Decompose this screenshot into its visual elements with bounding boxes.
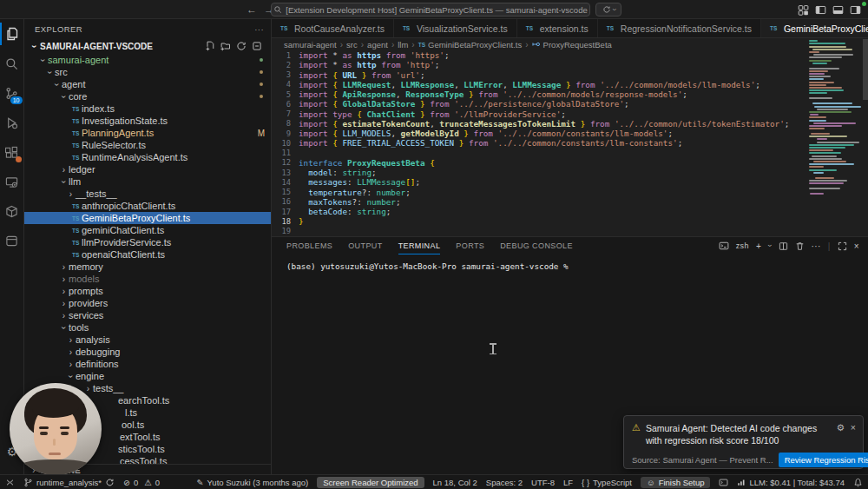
problems-indicator[interactable]: ⊘0 ⚠0 [123, 478, 160, 487]
file-item-llmproviderservice-ts[interactable]: TSllmProviderService.ts [24, 236, 271, 248]
kill-terminal-icon[interactable] [795, 241, 805, 251]
tab-label: RootCauseAnalyzer.ts [294, 23, 385, 34]
file-item-ruleselector-ts[interactable]: TSRuleSelector.ts [24, 139, 271, 151]
source-control-icon[interactable]: 10 [0, 78, 24, 108]
code-line-6: 6import { GlobalDataStore } from '../../… [272, 99, 806, 109]
toggle-panel-icon[interactable] [832, 4, 844, 16]
folder-item-models[interactable]: ›models [24, 273, 271, 285]
code-line-2: 2import * as http from 'http'; [272, 60, 806, 69]
folder-item-samurai-agent[interactable]: ›samurai-agent [24, 54, 271, 66]
toast-close-icon[interactable]: × [851, 422, 856, 446]
editor-scrollbar[interactable] [863, 39, 868, 236]
tab-regressionnotificationservice-ts[interactable]: TSRegressionNotificationService.ts [598, 19, 761, 37]
folder-item-debugging[interactable]: ›debugging [24, 346, 271, 358]
folder-item-prompts[interactable]: ›prompts [24, 285, 271, 297]
folder-item-llm[interactable]: ›llm [24, 175, 271, 188]
file-item-planningagent-ts[interactable]: TSPlanningAgent.tsM [24, 127, 271, 139]
code-editor[interactable]: 1import * as https from 'https';2import … [272, 50, 806, 236]
panel-tab-problems[interactable]: PROBLEMS [286, 237, 332, 254]
notifications-bell-icon[interactable] [853, 478, 863, 487]
tree-item-label: sticsTool.ts [118, 444, 165, 454]
collapse-folders-icon[interactable] [252, 41, 262, 51]
remote-monitor-icon[interactable] [0, 167, 24, 196]
llm-cost-indicator[interactable]: LLM: $0.41 | Total: $43.74 [737, 478, 845, 487]
panel-tab-output[interactable]: OUTPUT [348, 237, 382, 254]
folder-item-memory[interactable]: ›memory [24, 261, 271, 273]
file-item-index-ts[interactable]: TSindex.ts [24, 102, 271, 115]
maximize-panel-icon[interactable] [838, 241, 847, 251]
folder-item-agent[interactable]: ›agent [24, 78, 271, 90]
folder-item-src[interactable]: ›src [24, 66, 271, 78]
minimap[interactable] [806, 39, 863, 236]
workspace-section-header[interactable]: › SAMURAI-AGENT-VSCODE [24, 38, 271, 54]
breadcrumb-geminibetaproxyclient-ts[interactable]: TSGeminiBetaProxyClient.ts [418, 40, 523, 50]
new-terminal-icon[interactable]: + [756, 241, 761, 251]
folder-item-analysis[interactable]: ›analysis [24, 334, 271, 346]
screen-reader-mode[interactable]: Screen Reader Optimized [317, 477, 424, 488]
file-item-investigationstate-ts[interactable]: TSInvestigationState.ts [24, 115, 271, 127]
folder-item-definitions[interactable]: ›definitions [24, 358, 271, 370]
breadcrumb[interactable]: samurai-agent›src›agent›llm›TSGeminiBeta… [272, 38, 868, 50]
interface-symbol-icon [532, 40, 541, 49]
tree-item-label: llmProviderService.ts [82, 237, 171, 248]
folder-item-providers[interactable]: ›providers [24, 297, 271, 309]
toggle-secondary-sidebar-icon[interactable] [850, 4, 861, 16]
panel-tab-ports[interactable]: PORTS [456, 237, 484, 254]
eol-sequence[interactable]: LF [563, 478, 573, 487]
container-panel-icon[interactable] [0, 226, 24, 255]
panel-tab-terminal[interactable]: TERMINAL [398, 237, 441, 254]
tab-rootcauseanalyzer-ts[interactable]: TSRootCauseAnalyzer.ts [272, 19, 394, 37]
run-task-dropdown[interactable]: › [595, 3, 621, 17]
terminal-output[interactable]: (base) yutosuzuki@Yutos-MacBook-Pro samu… [272, 254, 868, 271]
cursor-position[interactable]: Ln 18, Col 2 [433, 478, 477, 487]
shell-label: zsh [736, 241, 749, 250]
breadcrumb-agent[interactable]: agent [367, 40, 388, 50]
folder-item-services[interactable]: ›services [24, 309, 271, 321]
customize-layout-icon[interactable] [798, 4, 809, 16]
remote-indicator[interactable] [5, 478, 15, 487]
run-debug-icon[interactable] [0, 108, 24, 137]
terminal-dropdown-icon[interactable]: › [766, 244, 774, 247]
file-item-anthropicchatclient-ts[interactable]: TSanthropicChatClient.ts [24, 200, 271, 212]
close-panel-icon[interactable]: × [854, 241, 859, 251]
explorer-more-icon[interactable]: ··· [254, 24, 264, 34]
search-icon[interactable] [0, 49, 24, 78]
panel-more-icon[interactable]: ··· [812, 241, 821, 251]
package-box-icon[interactable] [0, 196, 24, 226]
git-branch-indicator[interactable]: runtime_analysis* [23, 478, 115, 487]
folder-item--tests-[interactable]: ›__tests__ [24, 188, 271, 200]
nav-back-icon[interactable]: ← [247, 3, 257, 16]
review-regression-risk-button[interactable]: Review Regression Risk [779, 453, 868, 467]
explorer-icon[interactable] [0, 19, 24, 49]
breadcrumb-samurai-agent[interactable]: samurai-agent [284, 40, 337, 50]
encoding[interactable]: UTF-8 [531, 478, 555, 487]
tab-visualizationservice-ts[interactable]: TSVisualizationService.ts [394, 19, 517, 37]
toast-settings-icon[interactable]: ⚙ [836, 422, 844, 446]
extensions-icon[interactable] [0, 137, 24, 167]
toggle-sidebar-icon[interactable] [815, 4, 826, 16]
tab-extension-ts[interactable]: TSextension.ts [517, 19, 598, 37]
terminal-status-icon[interactable] [719, 478, 728, 487]
file-item-geminibetaproxyclient-ts[interactable]: TSGeminiBetaProxyClient.ts [24, 212, 271, 224]
panel-tab-debug-console[interactable]: DEBUG CONSOLE [500, 237, 573, 254]
folder-item-engine[interactable]: ›engine [24, 370, 271, 382]
file-item-openaichatclient-ts[interactable]: TSopenaiChatClient.ts [24, 248, 271, 261]
file-item-runtimeanalysisagent-ts[interactable]: TSRuntimeAnalysisAgent.ts [24, 151, 271, 163]
breadcrumb-src[interactable]: src [346, 40, 358, 50]
new-folder-icon[interactable] [220, 41, 231, 51]
git-blame-indicator[interactable]: ✎Yuto Suzuki (3 months ago) [197, 478, 309, 487]
folder-item-tools[interactable]: ›tools [24, 321, 271, 334]
command-center[interactable]: [Extension Development Host] GeminiBetaP… [271, 3, 590, 17]
new-file-icon[interactable] [205, 41, 215, 51]
indentation[interactable]: Spaces: 2 [486, 478, 523, 487]
file-item-geminichatclient-ts[interactable]: TSgeminiChatClient.ts [24, 224, 271, 236]
tab-geminibetaproxyclient-ts[interactable]: TSGeminiBetaProxyClient.ts× [761, 19, 868, 37]
folder-item-core[interactable]: ›core [24, 90, 271, 102]
split-terminal-icon[interactable] [779, 241, 788, 251]
refresh-explorer-icon[interactable] [236, 41, 247, 51]
breadcrumb-llm[interactable]: llm [398, 40, 408, 50]
language-mode[interactable]: { }TypeScript [582, 478, 632, 487]
breadcrumb-proxyrequestbeta[interactable]: ProxyRequestBeta [532, 40, 612, 50]
finish-setup-button[interactable]: ☺Finish Setup [641, 477, 711, 488]
folder-item-ledger[interactable]: ›ledger [24, 163, 271, 175]
